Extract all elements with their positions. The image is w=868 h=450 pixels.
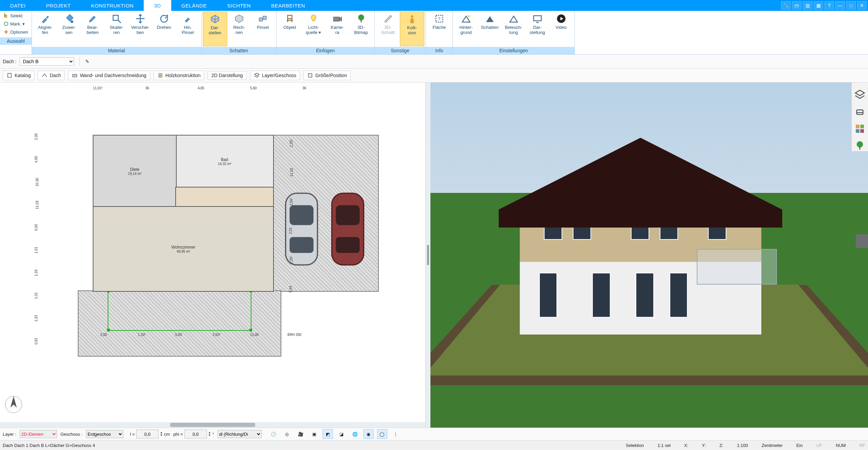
box-icon[interactable]: 🗃 [792, 1, 801, 10]
l-unit: cm [164, 432, 170, 437]
menu-gelaende[interactable]: GELÄNDE [171, 0, 217, 11]
app2-icon[interactable]: ▦ [814, 1, 823, 10]
svg-rect-31 [860, 147, 861, 150]
ribbon-group-sonstige: Sonstige [375, 47, 426, 54]
ribbon-pipette-button[interactable]: Abgrei- fen [33, 12, 57, 46]
dim-left: 10,30 [35, 178, 39, 186]
status-z: Z: [720, 443, 724, 448]
status-uf: UF [816, 443, 822, 448]
splitter[interactable] [426, 83, 430, 428]
geschoss-label: Geschoss : [60, 432, 83, 437]
ribbon-tree-button[interactable]: 3D- Bitmap [349, 12, 373, 46]
prop-holzkonstruktion-button[interactable]: Holzkonstruktion [154, 71, 205, 80]
ribbon-move-button[interactable]: Verschie- ben [128, 12, 152, 46]
layer-select[interactable]: 2D-Elemen [20, 430, 57, 438]
maximize-icon[interactable]: □ [846, 1, 856, 10]
sb-dots-icon[interactable]: ⋮ [391, 429, 401, 439]
ribbon-scale-button[interactable]: Skalie- ren [105, 12, 128, 46]
room-diele[interactable]: Diele19,14 m² [93, 135, 176, 208]
ribbon-display-button[interactable]: Dar- stellung [526, 12, 549, 46]
sb-clock-icon[interactable]: 🕒 [268, 429, 279, 439]
room-wohnzimmer[interactable]: Wohnzimmer48,95 m² [93, 206, 274, 292]
prop-layer-geschoss-button[interactable]: Layer/Geschoss [250, 71, 300, 80]
help-icon[interactable]: ? [825, 1, 834, 10]
ribbon-area-button[interactable]: ?Fläche [427, 12, 451, 46]
ribbon-chair-button[interactable]: Objekt [278, 12, 302, 46]
svg-point-30 [857, 141, 863, 148]
pencil-icon[interactable]: ✎ [85, 59, 89, 64]
sb-stack-icon[interactable]: ▣ [309, 429, 319, 439]
ribbon-brush-button[interactable]: Hin. Pinsel [176, 12, 200, 46]
room-bad[interactable]: Bad14,32 m² [175, 135, 274, 188]
dach-select[interactable]: Dach B [20, 57, 74, 66]
sb-circle2-icon[interactable]: ◯ [377, 429, 387, 439]
ribbon-edit-button[interactable]: Bear- beiten [81, 12, 105, 46]
ribbon-cubes-button[interactable]: Pinsel [251, 12, 275, 46]
svg-point-1 [71, 20, 73, 23]
ribbon-camera-button[interactable]: Kame- ra [325, 12, 349, 46]
ribbon-bg-button[interactable]: Hinter- grund [454, 12, 478, 46]
prop-wand-und-dachverschneidung-button[interactable]: Wand- und Dachverschneidung [68, 71, 150, 80]
close-icon[interactable]: ✕ [857, 1, 867, 10]
ribbon-shadow-button[interactable]: Schatten [478, 12, 502, 46]
ribbon-rotate-button[interactable]: Drehen [152, 12, 176, 46]
scrollbar-horizontal[interactable] [0, 422, 425, 428]
svg-rect-26 [856, 125, 860, 128]
side-layers-icon[interactable] [854, 89, 865, 100]
phi-label: phi = [173, 432, 183, 437]
sb-grid2-icon[interactable]: ◪ [336, 429, 347, 439]
dl-select[interactable]: dl (Richtung/Di [217, 430, 262, 438]
prop-2d-darstellung-button[interactable]: 2D Darstellung [208, 71, 247, 80]
side-tab-handle[interactable] [856, 234, 868, 248]
side-tree-icon[interactable] [854, 140, 865, 151]
dim-top: 5,60 [250, 86, 256, 90]
app-icon[interactable]: ▥ [803, 1, 812, 10]
side-palette-icon[interactable] [854, 123, 865, 134]
dim-left: 2,00 [34, 133, 38, 140]
dim-right: 2,25⁵ [290, 256, 294, 264]
ribbon-person-button[interactable]: Kolli- sion [400, 12, 424, 46]
sb-grid1-icon[interactable]: ◩ [323, 429, 333, 439]
ribbon-cube2-button[interactable]: Rech- nen [227, 12, 251, 46]
minimize-icon[interactable]: — [835, 1, 845, 10]
tool-icon[interactable]: 🔧 [781, 1, 791, 10]
menu-sichten[interactable]: SICHTEN [217, 0, 261, 11]
sb-circle1-icon[interactable]: ◉ [364, 429, 374, 439]
svg-rect-19 [289, 237, 313, 253]
viewport-3d[interactable] [430, 83, 868, 428]
ribbon-bucket-button[interactable]: Zuwei- sen [57, 12, 81, 46]
prop-gr-e-position-button[interactable]: Größe/Position [303, 71, 351, 80]
menu-datei[interactable]: DATEI [0, 0, 36, 11]
l-input[interactable] [136, 430, 159, 438]
ribbon-slice-button[interactable]: 3D- Schnitt [376, 12, 400, 46]
prop-dach-button[interactable]: Dach [38, 71, 65, 80]
menu-bearbeiten[interactable]: BEARBEITEN [261, 0, 315, 11]
geschoss-select[interactable]: Erdgeschos [86, 430, 123, 438]
menu-3d[interactable]: 3D [144, 0, 171, 11]
ribbon-plus-button[interactable]: Optionen [2, 29, 30, 36]
layer-label: Layer : [3, 432, 16, 437]
phi-input[interactable] [184, 430, 207, 438]
svg-rect-3 [259, 18, 263, 21]
viewport-2d[interactable]: Bad14,32 m²Diele19,14 m²Küche19,20 m²Woh… [0, 83, 426, 428]
ribbon-video-button[interactable]: Video [549, 12, 573, 46]
menu-projekt[interactable]: PROJEKT [36, 0, 81, 11]
ribbon-cube-button[interactable]: Dar- stellen [203, 12, 227, 46]
sb-cam-icon[interactable]: 🎥 [296, 429, 306, 439]
dim-right: 2,01 [289, 228, 293, 234]
context-bar: Dach : Dach B ✎ [0, 55, 868, 69]
dim-left: 1,01 [34, 247, 38, 253]
sb-globe-icon[interactable]: 🌐 [350, 429, 360, 439]
side-furniture-icon[interactable] [854, 106, 865, 117]
status-x: X: [684, 443, 688, 448]
svg-point-0 [4, 22, 8, 26]
ribbon-light-button[interactable]: Beleuch- tung [502, 12, 526, 46]
dim-bottom: 5,00 [175, 333, 182, 337]
prop-katalog-button[interactable]: Katalog [3, 71, 34, 80]
menu-konstruktion[interactable]: KONSTRUKTION [81, 0, 144, 11]
status-ein: Ein [796, 443, 803, 448]
ribbon-bulb-button[interactable]: Licht- quelle ▾ [302, 12, 325, 46]
sb-target-icon[interactable]: ◎ [282, 429, 292, 439]
dim-top: 11,01⁵ [93, 86, 103, 90]
selection-box[interactable] [108, 290, 251, 331]
